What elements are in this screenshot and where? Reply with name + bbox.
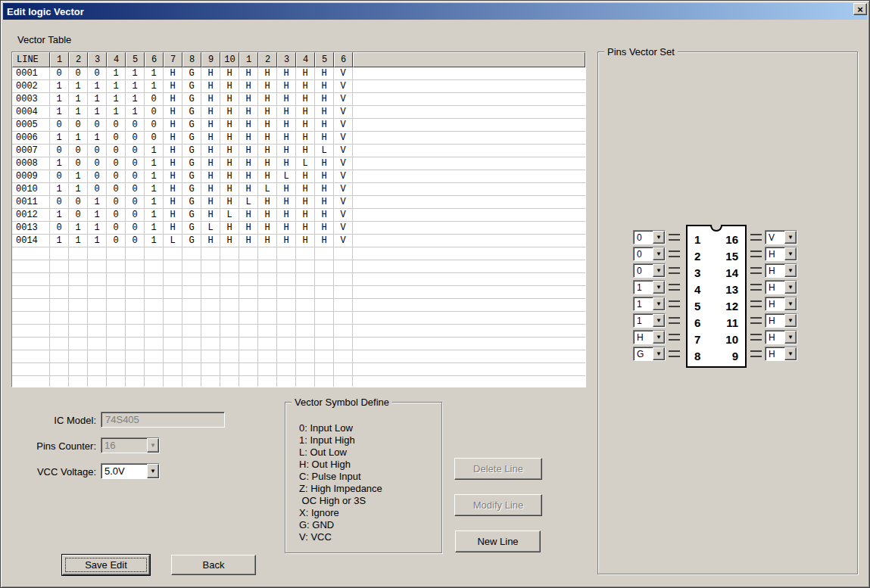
vector-cell [164, 312, 182, 325]
chevron-down-icon[interactable]: ▼ [653, 314, 665, 327]
table-row[interactable]: 0014111001LGHHHHHHHV [12, 235, 585, 247]
save-edit-button[interactable]: Save Edit [62, 555, 150, 575]
pin-8-dropdown[interactable]: G▼ [633, 347, 666, 361]
vector-cell [239, 363, 258, 376]
new-line-button[interactable]: New Line [455, 530, 541, 552]
ic-chip-diagram: 12345678 161514131211109 [686, 225, 747, 368]
vector-cell: H [239, 132, 258, 145]
chevron-down-icon[interactable]: ▼ [784, 247, 797, 260]
pin-lead-icon [669, 350, 680, 357]
chip-notch-icon [710, 225, 722, 232]
pin-3-dropdown[interactable]: 0▼ [633, 263, 666, 278]
vector-cell: 0 [107, 209, 126, 222]
chevron-down-icon[interactable]: ▼ [784, 314, 797, 327]
chevron-down-icon[interactable]: ▼ [784, 347, 797, 360]
vector-cell: 1 [50, 132, 69, 145]
chevron-down-icon[interactable]: ▼ [147, 464, 159, 478]
vector-cell: 0 [126, 222, 145, 235]
vector-cell: H [201, 183, 220, 196]
vector-cell [50, 273, 69, 286]
table-row[interactable]: 0013011001HGLHHHHHHV [12, 222, 585, 235]
symbol-define-line: C: Pulse Input [299, 471, 382, 483]
vector-cell: V [334, 235, 353, 247]
pin-1-dropdown[interactable]: 0▼ [633, 230, 666, 244]
vector-cell [315, 350, 334, 363]
vector-cell: 1 [107, 93, 126, 106]
pin-16-dropdown[interactable]: V▼ [765, 230, 797, 244]
table-row[interactable]: 0005000000HGHHHHHHHV [12, 119, 585, 132]
vector-table[interactable]: LINE12345678910123456 0001000111HGHHHHHH… [11, 51, 586, 387]
header-pin-col: 7 [164, 52, 182, 67]
table-row[interactable]: 0008100001HGHHHHHLHV [12, 157, 585, 170]
table-row[interactable]: 0004111110HGHHHHHHHV [12, 106, 585, 119]
vector-cell: H [164, 170, 182, 183]
chevron-down-icon[interactable]: ▼ [784, 281, 797, 294]
chevron-down-icon[interactable]: ▼ [653, 231, 665, 244]
vector-cell: H [315, 93, 334, 106]
chevron-down-icon[interactable]: ▼ [653, 281, 665, 294]
table-row[interactable]: 0002111111HGHHHHHHHV [12, 80, 585, 93]
vector-cell: H [220, 222, 239, 235]
vector-cell: 1 [145, 67, 164, 80]
pin-12-dropdown[interactable]: H▼ [765, 297, 797, 311]
pin-combo-value: H [766, 247, 784, 260]
pin-14-dropdown[interactable]: H▼ [765, 263, 797, 278]
table-row[interactable]: 0009010001HGHHHHLHHV [12, 170, 585, 183]
row-filler [353, 106, 585, 119]
vector-cell [220, 286, 239, 299]
pin-10-dropdown[interactable]: H▼ [765, 330, 797, 344]
table-row[interactable]: 0006111000HGHHHHHHHV [12, 132, 585, 145]
pin-4-dropdown[interactable]: 1▼ [633, 280, 666, 294]
chevron-down-icon[interactable]: ▼ [653, 247, 665, 260]
vector-cell [126, 286, 145, 299]
chevron-down-icon[interactable]: ▼ [784, 264, 797, 277]
close-button[interactable]: × [853, 3, 867, 15]
chevron-down-icon[interactable]: ▼ [653, 264, 665, 277]
vector-cell: H [296, 67, 315, 80]
table-row[interactable]: 0011001001HGHHLHHHHV [12, 196, 585, 209]
chevron-down-icon[interactable]: ▼ [784, 331, 797, 344]
symbol-define-line: V: VCC [299, 531, 382, 543]
vector-cell: V [334, 132, 353, 145]
vector-cell: H [220, 106, 239, 119]
vector-cell: L [296, 157, 315, 170]
chevron-down-icon[interactable]: ▼ [653, 331, 665, 344]
vector-cell [201, 338, 220, 350]
vector-cell: 0 [69, 119, 88, 132]
vcc-voltage-dropdown[interactable]: 5.0V ▼ [101, 463, 160, 479]
row-filler [353, 157, 585, 170]
pin-2-dropdown[interactable]: 0▼ [633, 247, 666, 261]
pin-9-dropdown[interactable]: H▼ [765, 347, 797, 361]
pin-13-dropdown[interactable]: H▼ [765, 280, 797, 294]
row-filler [353, 145, 585, 157]
vector-cell [277, 363, 296, 376]
chevron-down-icon[interactable]: ▼ [784, 297, 797, 310]
pin-5-dropdown[interactable]: 1▼ [633, 297, 666, 311]
vector-cell [50, 338, 69, 350]
chevron-down-icon[interactable]: ▼ [653, 297, 665, 310]
vector-cell [296, 376, 315, 387]
pin-combo-value: 1 [634, 297, 653, 310]
vector-cell: 0 [88, 145, 107, 157]
table-body[interactable]: 0001000111HGHHHHHHHV0002111111HGHHHHHHHV… [12, 67, 585, 387]
table-row[interactable]: 0010110001HGHHHLHHHV [12, 183, 585, 196]
vector-cell: G [182, 119, 201, 132]
line-number-cell [12, 312, 50, 325]
vector-cell: 1 [126, 106, 145, 119]
pin-6-dropdown[interactable]: 1▼ [633, 313, 666, 328]
chevron-down-icon[interactable]: ▼ [653, 347, 665, 360]
table-row[interactable]: 0012101001HGHLHHHHHV [12, 209, 585, 222]
pin-11-dropdown[interactable]: H▼ [765, 313, 797, 328]
table-row-empty [12, 325, 585, 338]
table-row[interactable]: 0001000111HGHHHHHHHV [12, 67, 585, 80]
table-row[interactable]: 0003111110HGHHHHHHHV [12, 93, 585, 106]
back-button[interactable]: Back [171, 555, 256, 575]
pins-counter-label: Pins Counter: [16, 440, 96, 452]
table-row[interactable]: 0007000001HGHHHHHHLV [12, 145, 585, 157]
title-bar[interactable]: Edit logic Vector [3, 3, 867, 20]
vector-cell: V [334, 170, 353, 183]
pin-15-dropdown[interactable]: H▼ [765, 247, 797, 261]
chevron-down-icon[interactable]: ▼ [784, 231, 797, 244]
pin-7-dropdown[interactable]: H▼ [633, 330, 666, 344]
vector-cell: 1 [88, 106, 107, 119]
